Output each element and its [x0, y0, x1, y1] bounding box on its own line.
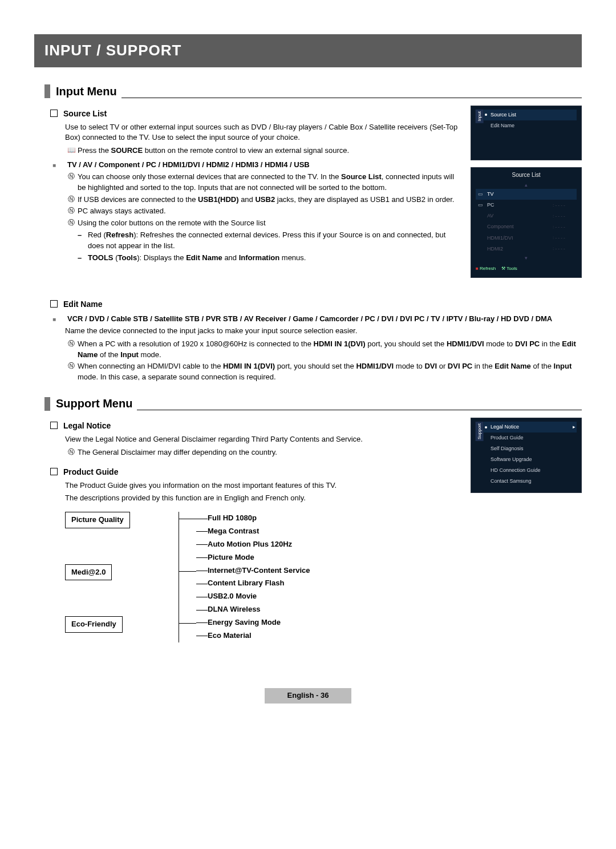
- osd-support-menu: Support Legal Notice▸ Product Guide Self…: [471, 418, 582, 493]
- pg-cat-media2: Medi@2.0: [65, 564, 112, 581]
- legal-notice-note: The General Disclaimer may differ depend…: [78, 447, 464, 458]
- note-icon: Ⓝ: [65, 218, 78, 229]
- pg-feat-dlna: DLNA Wireless: [196, 603, 582, 616]
- osd-row-av: AV: [487, 212, 549, 220]
- section-heading-input: Input Menu: [44, 83, 582, 100]
- osd-input-menu: Input Source List Edit Name: [471, 106, 582, 160]
- pg-feat-content-lib: Content Library Flash: [196, 577, 582, 590]
- osd-foot-refresh: Refresh: [480, 266, 496, 271]
- edit-name-note-1: When a PC with a resolution of 1920 x 10…: [78, 339, 582, 361]
- osd-figures-support: Support Legal Notice▸ Product Guide Self…: [471, 418, 582, 500]
- note-icon: Ⓝ: [65, 206, 78, 217]
- osd-input-item-edit-name: Edit Name: [491, 122, 514, 130]
- source-list-note-3: PC always stays activated.: [78, 206, 464, 217]
- input-modes-list: TV / AV / Component / PC / HDMI1/DVI / H…: [67, 160, 464, 171]
- osd-row-pc: PC: [487, 201, 549, 209]
- osd-support-tab: Support: [476, 422, 484, 441]
- osd-figures-input: Input Source List Edit Name Source List …: [471, 106, 582, 285]
- osd-source-list-title: Source List: [476, 171, 577, 180]
- subheading-edit-name: Edit Name: [50, 298, 582, 310]
- note-icon: Ⓝ: [65, 172, 78, 193]
- note-icon: Ⓝ: [65, 361, 78, 383]
- osd-foot-tools: Tools: [506, 266, 517, 271]
- red-dot-icon: ■: [476, 266, 479, 271]
- note-icon: Ⓝ: [65, 339, 78, 361]
- section-heading-support: Support Menu: [44, 395, 582, 412]
- note-icon: Ⓝ: [65, 195, 78, 205]
- osd-source-list: Source List ▴ ▭TV ▭PC: - - - - AV: - - -…: [471, 167, 582, 278]
- pg-feat-eco-material: Eco Material: [196, 629, 582, 642]
- pg-cat-picture-quality: Picture Quality: [65, 512, 130, 528]
- osd-support-item-contact: Contact Samsung: [491, 478, 532, 485]
- osd-support-item-hd-conn: HD Connection Guide: [491, 467, 541, 474]
- product-guide-tree: Picture Quality Full HD 1080p Mega Contr…: [65, 512, 582, 642]
- edit-name-devices: VCR / DVD / Cable STB / Satellite STB / …: [67, 314, 582, 325]
- section-heading-support-text: Support Menu: [56, 395, 132, 412]
- edit-name-note-2: When connecting an HDMI/DVI cable to the…: [78, 361, 582, 383]
- pg-cat-eco: Eco-Friendly: [65, 616, 123, 633]
- osd-support-item-legal: Legal Notice: [491, 423, 519, 431]
- osd-input-item-source-list: Source List: [491, 111, 516, 119]
- note-icon: Ⓝ: [65, 447, 78, 458]
- osd-support-item-sw-upgrade: Software Upgrade: [491, 456, 532, 463]
- pg-feat-picture-mode: Picture Mode: [196, 551, 582, 564]
- source-list-note-2: If USB devices are connected to the USB1…: [78, 195, 464, 205]
- page-footer: English - 36: [34, 688, 582, 704]
- remote-icon: 📖: [65, 145, 78, 156]
- source-list-dash-red: Red (Refresh): Refreshes the connected e…: [88, 230, 464, 252]
- source-list-note-4: Using the color buttons on the remote wi…: [78, 218, 464, 229]
- square-bullet-icon: ■: [50, 314, 67, 325]
- pg-feat-usb-movie: USB2.0 Movie: [196, 590, 582, 603]
- source-list-dash-tools: TOOLS (Tools): Displays the Edit Name an…: [88, 253, 464, 264]
- pg-feat-auto-motion: Auto Motion Plus 120Hz: [196, 538, 582, 551]
- page-title-bar: INPUT / SUPPORT: [34, 34, 582, 67]
- osd-row-component: Component: [487, 223, 549, 231]
- edit-name-description: Name the device connected to the input j…: [65, 326, 582, 337]
- source-list-remote-note: Press the SOURCE button on the remote co…: [78, 145, 464, 156]
- osd-input-tab: Input: [476, 110, 484, 123]
- pg-feat-mega-contrast: Mega Contrast: [196, 525, 582, 538]
- pg-feat-full-hd: Full HD 1080p: [196, 512, 582, 525]
- square-bullet-icon: ■: [50, 160, 67, 171]
- pg-feat-internet-tv: Internet@TV-Content Service: [196, 564, 582, 577]
- osd-support-item-self-diag: Self Diagnosis: [491, 445, 524, 452]
- source-list-note-1: You can choose only those external devic…: [78, 172, 464, 193]
- section-heading-input-text: Input Menu: [56, 83, 117, 100]
- osd-row-tv: TV: [487, 191, 549, 198]
- pg-feat-energy-saving: Energy Saving Mode: [196, 616, 582, 629]
- osd-support-item-product-guide: Product Guide: [491, 434, 524, 442]
- osd-row-hdmi2: HDMI2: [487, 245, 549, 253]
- osd-row-hdmi1: HDMI1/DVI: [487, 235, 549, 242]
